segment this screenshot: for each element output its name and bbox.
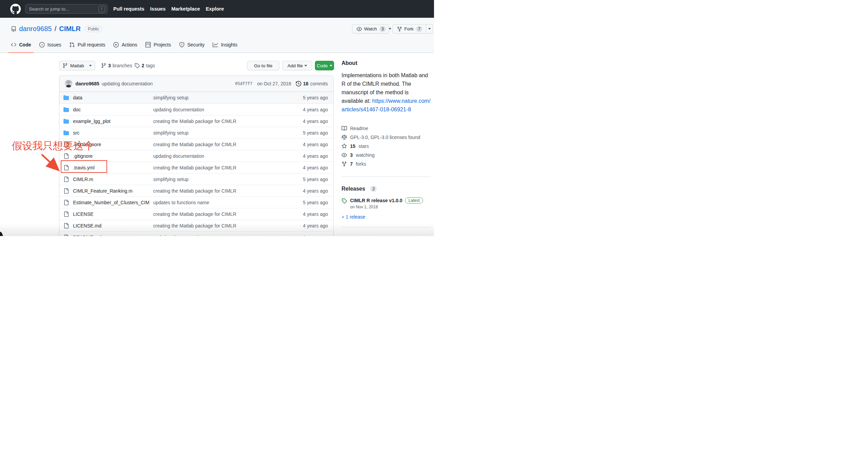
watch-label: Watch — [364, 26, 377, 31]
search-box[interactable]: / — [25, 4, 107, 14]
stars-link[interactable]: 15 stars — [342, 142, 431, 151]
file-age-link[interactable]: 4 years ago — [303, 211, 328, 217]
commit-message-link[interactable]: creating the Matlab package for CIMLR — [153, 142, 299, 147]
repo-owner-link[interactable]: danro9685 — [19, 25, 52, 33]
file-icon — [63, 165, 69, 170]
file-age-link[interactable]: 4 years ago — [303, 119, 328, 124]
commit-message-link[interactable]: updating documentation — [153, 153, 299, 159]
releases-title: Releases — [342, 186, 365, 192]
go-to-file-button[interactable]: Go to file — [247, 61, 279, 70]
repo-name-link[interactable]: CIMLR — [59, 25, 81, 33]
commit-message-link[interactable]: updating documentation — [102, 81, 153, 86]
file-age-link[interactable]: 5 years ago — [303, 177, 328, 182]
watching-link[interactable]: 3 watching — [342, 151, 431, 159]
commit-message-link[interactable]: creating the Matlab package for CIMLR — [153, 211, 299, 217]
commit-message-link[interactable]: creating the Matlab package for CIMLR — [153, 119, 299, 124]
branches-link[interactable]: 3 branches — [101, 63, 132, 68]
latest-badge: Latest — [405, 197, 423, 204]
file-icon — [63, 235, 69, 236]
file-row: Estimate_Number_of_Clusters_CIM... updat… — [59, 196, 333, 208]
release-item[interactable]: CIMLR R release v1.0.0 Latest on Nov 1, … — [342, 197, 431, 209]
commit-meta: 05df7f7 on Oct 27, 2018 18 commits — [235, 81, 328, 86]
tab-pull-requests[interactable]: Pull requests — [67, 37, 108, 53]
file-row: doc updating documentation 4 years ago — [59, 103, 333, 115]
file-name-link[interactable]: .Rbuildignore — [73, 142, 149, 147]
file-age-link[interactable]: 4 years ago — [303, 188, 328, 194]
nav-explore[interactable]: Explore — [206, 6, 224, 12]
commit-message-link[interactable]: updating documentation — [153, 235, 299, 236]
git-branch-icon — [62, 63, 68, 68]
commit-message-link[interactable]: creating the Matlab package for CIMLR — [153, 188, 299, 194]
commit-message-link[interactable]: updating documentation — [153, 107, 299, 112]
file-name-link[interactable]: README.md — [73, 235, 149, 236]
file-name-link[interactable]: .gitignore — [73, 153, 149, 159]
license-link[interactable]: GPL-3.0, GPL-3.0 licenses found — [342, 133, 431, 142]
commit-message-link[interactable]: simplifying setup — [153, 95, 299, 100]
file-name-link[interactable]: LICENSE — [73, 211, 149, 217]
file-age-link[interactable]: 4 years ago — [303, 165, 328, 170]
history-icon — [296, 81, 301, 86]
watch-count: 3 — [379, 26, 386, 32]
commits-label: commits — [310, 81, 328, 86]
file-icon — [63, 177, 69, 182]
file-name-link[interactable]: .travis.yml — [73, 165, 149, 170]
branch-selector-button[interactable]: Matlab — [59, 61, 95, 70]
chevron-down-icon — [330, 65, 332, 67]
tab-security[interactable]: Security — [176, 37, 207, 53]
file-name-link[interactable]: LICENSE.md — [73, 223, 149, 228]
commit-message-link[interactable]: simplifying setup — [153, 177, 299, 182]
nav-issues[interactable]: Issues — [150, 6, 165, 12]
file-icon — [63, 211, 69, 217]
tab-projects[interactable]: Projects — [143, 37, 174, 53]
file-name-link[interactable]: example_lgg_plot — [73, 119, 149, 124]
visibility-badge: Public — [85, 26, 102, 32]
file-name-link[interactable]: CIMLR_Feature_Ranking.m — [73, 188, 149, 194]
commit-history-link[interactable]: 18 commits — [296, 81, 328, 86]
file-name-link[interactable]: doc — [73, 107, 149, 112]
commit-message-link[interactable]: creating the Matlab package for CIMLR — [153, 165, 299, 170]
fork-dropdown-button[interactable] — [426, 25, 433, 33]
nav-marketplace[interactable]: Marketplace — [171, 6, 200, 12]
chevron-down-icon — [428, 28, 431, 30]
commit-sha-link[interactable]: 05df7f7 — [235, 81, 252, 86]
forks-link[interactable]: 7 forks — [342, 159, 431, 168]
file-age-link[interactable]: 5 years ago — [303, 130, 328, 136]
tab-insights[interactable]: Insights — [210, 37, 240, 53]
file-age-link[interactable]: 4 years ago — [303, 142, 328, 147]
global-header: / Pull requests Issues Marketplace Explo… — [0, 0, 434, 18]
github-logo-icon[interactable] — [10, 4, 21, 14]
commit-author-link[interactable]: danro9685 — [75, 81, 99, 86]
file-icon — [63, 200, 69, 205]
header-nav: Pull requests Issues Marketplace Explore — [113, 6, 224, 12]
fork-button[interactable]: Fork 7 — [393, 25, 426, 33]
file-age-link[interactable]: 5 years ago — [303, 200, 328, 205]
file-name-link[interactable]: src — [73, 130, 149, 136]
file-name-link[interactable]: data — [73, 95, 149, 100]
releases-header: Releases 2 — [342, 177, 431, 192]
tab-code[interactable]: Code — [8, 37, 34, 53]
readme-link[interactable]: Readme — [342, 124, 431, 133]
commit-message-link[interactable]: creating the Matlab package for CIMLR — [153, 223, 299, 228]
file-age-link[interactable]: 4 years ago — [303, 153, 328, 159]
add-file-button[interactable]: Add file — [282, 61, 312, 70]
file-age-link[interactable]: 5 years ago — [303, 95, 328, 100]
file-name-link[interactable]: CIMLR.m — [73, 177, 149, 182]
more-releases-link[interactable]: + 1 release — [342, 214, 431, 220]
search-input[interactable] — [29, 6, 99, 12]
commit-message-link[interactable]: updates to functions name — [153, 200, 299, 205]
tab-issues[interactable]: Issues — [37, 37, 64, 53]
file-name-link[interactable]: Estimate_Number_of_Clusters_CIM... — [73, 200, 149, 205]
tab-actions[interactable]: Actions — [111, 37, 140, 53]
file-age-link[interactable]: 4 years ago — [303, 223, 328, 228]
sidebar: About Implementations in both Matlab and… — [342, 60, 431, 236]
tags-link[interactable]: 2 tags — [134, 63, 155, 68]
chevron-down-icon — [89, 65, 92, 67]
file-age-link[interactable]: 4 years ago — [303, 235, 328, 236]
avatar[interactable] — [65, 80, 72, 87]
nav-pull-requests[interactable]: Pull requests — [113, 6, 144, 12]
watch-button[interactable]: Watch 3 — [352, 24, 389, 33]
commit-message-link[interactable]: simplifying setup — [153, 130, 299, 136]
about-description: Implementations in both Matlab and R of … — [342, 71, 431, 114]
file-age-link[interactable]: 4 years ago — [303, 107, 328, 112]
code-download-button[interactable]: Code — [315, 61, 334, 70]
